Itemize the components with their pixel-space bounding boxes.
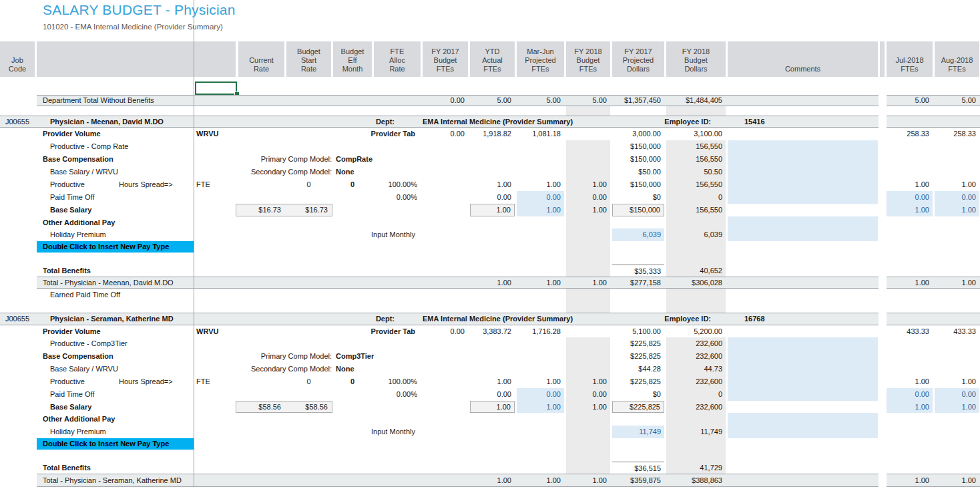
row-label-cell[interactable]: Total - Physician - Seraman, Katherine M… <box>40 474 194 487</box>
comment-input-cell[interactable] <box>728 388 878 401</box>
comment-input-cell[interactable] <box>728 375 878 388</box>
comment-input-cell[interactable] <box>728 350 878 363</box>
input-cell-mj[interactable]: 0.00 <box>517 388 564 401</box>
cell-jul[interactable]: 1.00 <box>887 474 933 487</box>
comment-input-cell[interactable] <box>728 337 878 350</box>
cell-aug[interactable]: 258.33 <box>935 128 979 140</box>
cell-b18[interactable]: 50.50 <box>666 166 726 178</box>
cell-b18[interactable]: 156,550 <box>666 178 726 191</box>
cell-b18[interactable]: 232,600 <box>666 375 726 388</box>
input-cell-jul[interactable]: 1.00 <box>887 401 933 413</box>
cell-f17b[interactable]: 0.00 <box>423 325 468 337</box>
cell-b18[interactable]: 232,600 <box>666 401 726 413</box>
row-label-cell[interactable]: Department Total Without Benefits <box>40 95 194 106</box>
cell-b18[interactable]: 0 <box>666 191 726 204</box>
cell-f18b[interactable]: 1.00 <box>566 277 610 289</box>
cell-b18[interactable]: 3,100.00 <box>666 128 726 140</box>
cell-ptab[interactable]: Input Monthly <box>314 426 419 438</box>
cell-pcmv[interactable]: CompRate <box>336 153 427 166</box>
input-cell-p17[interactable]: 11,749 <box>612 426 664 438</box>
cell-p17[interactable]: $225,825 <box>612 375 664 388</box>
cell-mj[interactable]: 1.00 <box>517 178 564 191</box>
row-label-cell[interactable]: Productive - Comp3Tier <box>40 337 194 350</box>
row-label-cell[interactable]: Total - Physician - Meenan, David M.DO <box>40 277 194 289</box>
cell-b18[interactable]: 5,200.00 <box>666 325 726 337</box>
row-label-cell[interactable]: Earned Paid Time Off <box>40 289 194 301</box>
cell-bsr[interactable]: $16.73 <box>286 204 331 216</box>
row-label-cell[interactable]: Base Salary <box>40 401 194 413</box>
cell-ytd[interactable]: 1.00 <box>470 375 515 388</box>
cell-far[interactable]: 0.00% <box>374 388 421 401</box>
cell-p17[interactable]: 3,000.00 <box>612 128 664 140</box>
cell-mj[interactable]: 5.00 <box>517 95 564 106</box>
comment-input-cell[interactable] <box>728 228 878 241</box>
cell-b18[interactable]: $1,484,405 <box>666 95 726 106</box>
cell-aug[interactable]: 1.00 <box>935 277 979 289</box>
cell-aug[interactable]: 1.00 <box>935 474 979 487</box>
selected-cell[interactable] <box>195 82 237 95</box>
row-label-cell[interactable]: Physician - Meenan, David M.DO <box>40 116 194 128</box>
cell-cur[interactable]: $58.56 <box>238 401 284 413</box>
cell-c0[interactable]: WRVU <box>195 325 237 337</box>
job-code-cell[interactable]: J00655 <box>0 116 35 128</box>
cell-f17b[interactable]: 0.00 <box>423 128 468 140</box>
cell-ytd[interactable]: 3,383.72 <box>470 325 515 337</box>
cell-p17[interactable]: $50.00 <box>612 166 664 178</box>
cell-far[interactable]: 100.00% <box>374 375 421 388</box>
cell-ytd[interactable]: 5.00 <box>470 95 515 106</box>
row-label-cell[interactable]: Physician - Seraman, Katherine MD <box>40 313 194 325</box>
row-label-cell[interactable]: Base Salary / WRVU <box>40 166 194 178</box>
cell-dept[interactable]: Dept: <box>294 313 395 325</box>
cell-p17[interactable]: 5,100.00 <box>612 325 664 337</box>
row-label-cell[interactable]: Paid Time Off <box>40 388 194 401</box>
row-label-cell[interactable]: Total Benefits <box>40 462 194 474</box>
cell-ytd[interactable]: 1.00 <box>470 178 515 191</box>
cell-pcm[interactable]: Primary Comp Model: <box>200 350 332 363</box>
input-cell-jul[interactable]: 0.00 <box>887 388 933 401</box>
row-label-cell[interactable]: Base Salary / WRVU <box>40 363 194 375</box>
cell-far[interactable]: 0.00% <box>374 191 421 204</box>
cell-aug[interactable]: 433.33 <box>935 325 979 337</box>
cell-b18[interactable]: 156,550 <box>666 140 726 153</box>
row-label-cell[interactable]: Other Additional Pay <box>40 216 194 228</box>
input-cell-mj[interactable]: 0.00 <box>517 191 564 204</box>
row-label-cell[interactable]: Base Compensation <box>40 153 194 166</box>
cell-f18b[interactable]: 1.00 <box>566 375 610 388</box>
cell-pcm[interactable]: Primary Comp Model: <box>200 153 332 166</box>
comment-input-cell[interactable] <box>728 363 878 375</box>
cell-b18[interactable]: 0 <box>666 388 726 401</box>
cell-emp[interactable]: Employee ID: <box>614 313 711 325</box>
cell-ptab[interactable]: Provider Tab <box>314 325 419 337</box>
cell-mj[interactable]: 1.00 <box>517 277 564 289</box>
cell-bsr[interactable]: 0 <box>286 375 331 388</box>
cell-p17[interactable]: $150,000 <box>612 153 664 166</box>
row-label-cell[interactable]: Total Benefits <box>40 265 194 277</box>
row-label-cell[interactable]: Holiday Premium <box>40 228 194 241</box>
cell-ptab[interactable]: Input Monthly <box>314 228 419 241</box>
cell-f18b[interactable]: 5.00 <box>566 95 610 106</box>
row-label-cell[interactable]: Productive - Comp Rate <box>40 140 194 153</box>
cell-ytd[interactable]: 1.00 <box>470 204 515 216</box>
cell-p17[interactable]: $0 <box>612 191 664 204</box>
cell-f17b[interactable]: 0.00 <box>423 95 468 106</box>
comment-input-cell[interactable] <box>728 140 878 153</box>
cell-p17[interactable]: $36,515 <box>612 462 664 474</box>
cell-p17[interactable]: $150,000 <box>612 204 664 216</box>
comment-input-cell[interactable] <box>728 178 878 191</box>
input-cell-jul[interactable]: 1.00 <box>887 204 933 216</box>
cell-bem[interactable]: 0 <box>333 178 372 191</box>
cell-far[interactable]: 100.00% <box>374 178 421 191</box>
cell-f18b[interactable]: 0.00 <box>566 388 610 401</box>
cell-f18b[interactable]: 0.00 <box>566 191 610 204</box>
cell-jul[interactable]: 1.00 <box>887 277 933 289</box>
cell-jul[interactable]: 258.33 <box>887 128 933 140</box>
cell-c0[interactable]: FTE <box>195 375 237 388</box>
row-label-cell[interactable]: Other Additional Pay <box>40 413 194 426</box>
cell-ytd[interactable]: 1.00 <box>470 401 515 413</box>
input-cell-mj[interactable]: 1.00 <box>517 204 564 216</box>
cell-f18b[interactable]: 1.00 <box>566 204 610 216</box>
input-cell-aug[interactable]: 1.00 <box>935 401 979 413</box>
input-cell-aug[interactable]: 0.00 <box>935 388 979 401</box>
cell-ytd[interactable]: 1.00 <box>470 474 515 487</box>
input-cell-aug[interactable]: 0.00 <box>935 191 979 204</box>
